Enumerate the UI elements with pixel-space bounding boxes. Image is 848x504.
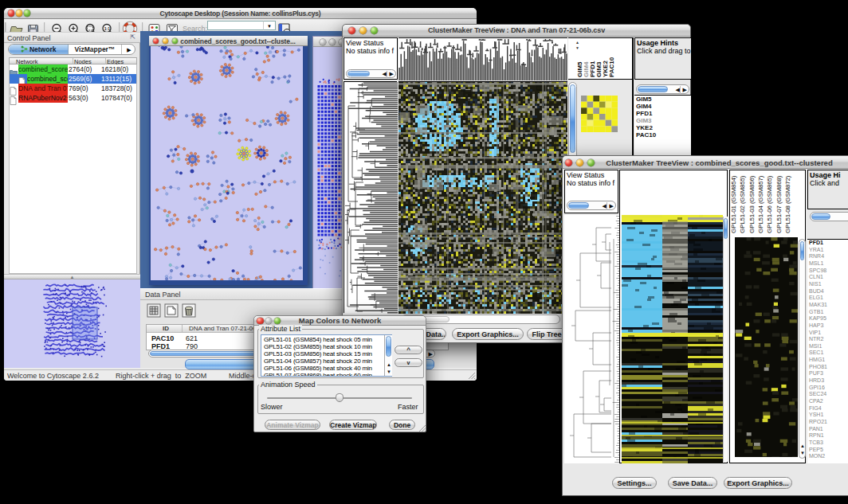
svg-text:1:1: 1:1 <box>104 26 111 31</box>
